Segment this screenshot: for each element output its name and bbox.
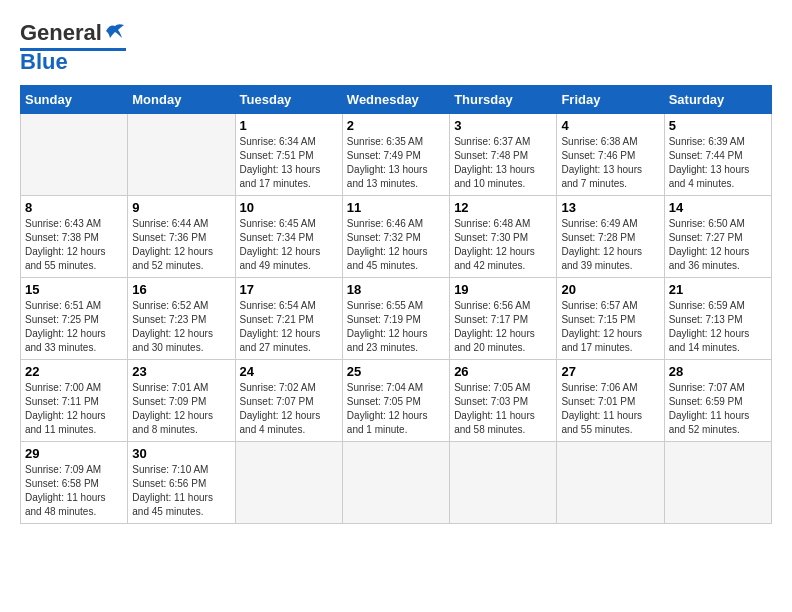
day-number: 16 — [132, 282, 230, 297]
day-info: Sunrise: 6:57 AMSunset: 7:15 PMDaylight:… — [561, 299, 659, 355]
day-info: Sunrise: 6:55 AMSunset: 7:19 PMDaylight:… — [347, 299, 445, 355]
day-number: 28 — [669, 364, 767, 379]
calendar-week-row: 29Sunrise: 7:09 AMSunset: 6:58 PMDayligh… — [21, 442, 772, 524]
day-info: Sunrise: 7:05 AMSunset: 7:03 PMDaylight:… — [454, 381, 552, 437]
day-info: Sunrise: 6:45 AMSunset: 7:34 PMDaylight:… — [240, 217, 338, 273]
calendar-day-cell: 8Sunrise: 6:43 AMSunset: 7:38 PMDaylight… — [21, 196, 128, 278]
calendar-body: 1Sunrise: 6:34 AMSunset: 7:51 PMDaylight… — [21, 114, 772, 524]
day-number: 27 — [561, 364, 659, 379]
calendar-day-cell — [557, 442, 664, 524]
day-number: 23 — [132, 364, 230, 379]
logo-blue: Blue — [20, 49, 68, 75]
calendar-day-cell: 26Sunrise: 7:05 AMSunset: 7:03 PMDayligh… — [450, 360, 557, 442]
day-info: Sunrise: 6:43 AMSunset: 7:38 PMDaylight:… — [25, 217, 123, 273]
day-info: Sunrise: 6:38 AMSunset: 7:46 PMDaylight:… — [561, 135, 659, 191]
day-info: Sunrise: 7:04 AMSunset: 7:05 PMDaylight:… — [347, 381, 445, 437]
day-number: 18 — [347, 282, 445, 297]
weekday-header-cell: Wednesday — [342, 86, 449, 114]
day-info: Sunrise: 6:52 AMSunset: 7:23 PMDaylight:… — [132, 299, 230, 355]
calendar-day-cell: 19Sunrise: 6:56 AMSunset: 7:17 PMDayligh… — [450, 278, 557, 360]
day-info: Sunrise: 6:39 AMSunset: 7:44 PMDaylight:… — [669, 135, 767, 191]
calendar-day-cell: 20Sunrise: 6:57 AMSunset: 7:15 PMDayligh… — [557, 278, 664, 360]
weekday-header-cell: Thursday — [450, 86, 557, 114]
day-info: Sunrise: 6:56 AMSunset: 7:17 PMDaylight:… — [454, 299, 552, 355]
calendar-day-cell: 5Sunrise: 6:39 AMSunset: 7:44 PMDaylight… — [664, 114, 771, 196]
calendar-day-cell — [450, 442, 557, 524]
day-info: Sunrise: 7:00 AMSunset: 7:11 PMDaylight:… — [25, 381, 123, 437]
calendar-day-cell: 11Sunrise: 6:46 AMSunset: 7:32 PMDayligh… — [342, 196, 449, 278]
calendar-day-cell: 24Sunrise: 7:02 AMSunset: 7:07 PMDayligh… — [235, 360, 342, 442]
weekday-header-cell: Friday — [557, 86, 664, 114]
day-number: 1 — [240, 118, 338, 133]
day-info: Sunrise: 6:51 AMSunset: 7:25 PMDaylight:… — [25, 299, 123, 355]
day-number: 15 — [25, 282, 123, 297]
calendar-day-cell: 17Sunrise: 6:54 AMSunset: 7:21 PMDayligh… — [235, 278, 342, 360]
day-number: 30 — [132, 446, 230, 461]
day-number: 19 — [454, 282, 552, 297]
calendar-day-cell: 14Sunrise: 6:50 AMSunset: 7:27 PMDayligh… — [664, 196, 771, 278]
day-info: Sunrise: 6:54 AMSunset: 7:21 PMDaylight:… — [240, 299, 338, 355]
calendar-week-row: 15Sunrise: 6:51 AMSunset: 7:25 PMDayligh… — [21, 278, 772, 360]
day-info: Sunrise: 7:01 AMSunset: 7:09 PMDaylight:… — [132, 381, 230, 437]
day-info: Sunrise: 7:07 AMSunset: 6:59 PMDaylight:… — [669, 381, 767, 437]
day-info: Sunrise: 6:59 AMSunset: 7:13 PMDaylight:… — [669, 299, 767, 355]
weekday-header-cell: Sunday — [21, 86, 128, 114]
calendar-day-cell: 29Sunrise: 7:09 AMSunset: 6:58 PMDayligh… — [21, 442, 128, 524]
day-number: 21 — [669, 282, 767, 297]
calendar-day-cell — [128, 114, 235, 196]
day-number: 5 — [669, 118, 767, 133]
day-info: Sunrise: 6:48 AMSunset: 7:30 PMDaylight:… — [454, 217, 552, 273]
day-number: 24 — [240, 364, 338, 379]
calendar-table: SundayMondayTuesdayWednesdayThursdayFrid… — [20, 85, 772, 524]
day-number: 2 — [347, 118, 445, 133]
calendar-day-cell: 16Sunrise: 6:52 AMSunset: 7:23 PMDayligh… — [128, 278, 235, 360]
calendar-day-cell: 18Sunrise: 6:55 AMSunset: 7:19 PMDayligh… — [342, 278, 449, 360]
page-header: General Blue — [20, 20, 772, 75]
logo: General Blue — [20, 20, 126, 75]
day-info: Sunrise: 7:06 AMSunset: 7:01 PMDaylight:… — [561, 381, 659, 437]
day-number: 20 — [561, 282, 659, 297]
calendar-day-cell: 22Sunrise: 7:00 AMSunset: 7:11 PMDayligh… — [21, 360, 128, 442]
calendar-day-cell: 2Sunrise: 6:35 AMSunset: 7:49 PMDaylight… — [342, 114, 449, 196]
calendar-day-cell — [21, 114, 128, 196]
calendar-day-cell: 23Sunrise: 7:01 AMSunset: 7:09 PMDayligh… — [128, 360, 235, 442]
day-number: 3 — [454, 118, 552, 133]
day-info: Sunrise: 6:34 AMSunset: 7:51 PMDaylight:… — [240, 135, 338, 191]
day-number: 26 — [454, 364, 552, 379]
calendar-day-cell: 13Sunrise: 6:49 AMSunset: 7:28 PMDayligh… — [557, 196, 664, 278]
logo-general: General — [20, 20, 102, 46]
day-info: Sunrise: 6:50 AMSunset: 7:27 PMDaylight:… — [669, 217, 767, 273]
calendar-day-cell: 27Sunrise: 7:06 AMSunset: 7:01 PMDayligh… — [557, 360, 664, 442]
calendar-day-cell: 12Sunrise: 6:48 AMSunset: 7:30 PMDayligh… — [450, 196, 557, 278]
calendar-day-cell: 10Sunrise: 6:45 AMSunset: 7:34 PMDayligh… — [235, 196, 342, 278]
day-info: Sunrise: 6:46 AMSunset: 7:32 PMDaylight:… — [347, 217, 445, 273]
weekday-header-cell: Saturday — [664, 86, 771, 114]
calendar-day-cell: 25Sunrise: 7:04 AMSunset: 7:05 PMDayligh… — [342, 360, 449, 442]
day-number: 8 — [25, 200, 123, 215]
calendar-day-cell — [342, 442, 449, 524]
calendar-week-row: 22Sunrise: 7:00 AMSunset: 7:11 PMDayligh… — [21, 360, 772, 442]
day-number: 17 — [240, 282, 338, 297]
day-info: Sunrise: 7:10 AMSunset: 6:56 PMDaylight:… — [132, 463, 230, 519]
calendar-day-cell: 3Sunrise: 6:37 AMSunset: 7:48 PMDaylight… — [450, 114, 557, 196]
weekday-header-cell: Monday — [128, 86, 235, 114]
day-number: 14 — [669, 200, 767, 215]
calendar-day-cell: 9Sunrise: 6:44 AMSunset: 7:36 PMDaylight… — [128, 196, 235, 278]
calendar-week-row: 1Sunrise: 6:34 AMSunset: 7:51 PMDaylight… — [21, 114, 772, 196]
day-number: 11 — [347, 200, 445, 215]
calendar-day-cell: 4Sunrise: 6:38 AMSunset: 7:46 PMDaylight… — [557, 114, 664, 196]
calendar-day-cell: 28Sunrise: 7:07 AMSunset: 6:59 PMDayligh… — [664, 360, 771, 442]
weekday-header-cell: Tuesday — [235, 86, 342, 114]
day-number: 12 — [454, 200, 552, 215]
day-number: 10 — [240, 200, 338, 215]
day-number: 9 — [132, 200, 230, 215]
day-number: 25 — [347, 364, 445, 379]
weekday-header-row: SundayMondayTuesdayWednesdayThursdayFrid… — [21, 86, 772, 114]
logo-bird-icon — [104, 22, 126, 40]
calendar-day-cell: 21Sunrise: 6:59 AMSunset: 7:13 PMDayligh… — [664, 278, 771, 360]
day-info: Sunrise: 6:44 AMSunset: 7:36 PMDaylight:… — [132, 217, 230, 273]
day-number: 4 — [561, 118, 659, 133]
calendar-day-cell: 30Sunrise: 7:10 AMSunset: 6:56 PMDayligh… — [128, 442, 235, 524]
day-info: Sunrise: 6:35 AMSunset: 7:49 PMDaylight:… — [347, 135, 445, 191]
day-info: Sunrise: 7:02 AMSunset: 7:07 PMDaylight:… — [240, 381, 338, 437]
